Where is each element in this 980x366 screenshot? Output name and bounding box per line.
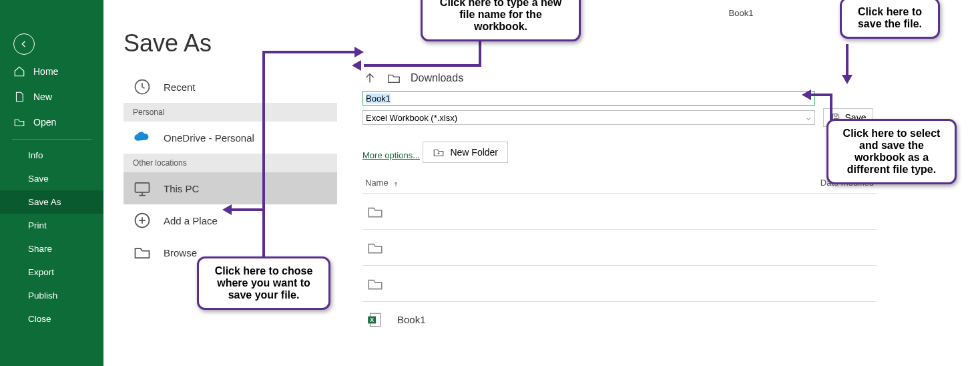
callout-location: Click here to chose where you want to sa… — [197, 256, 330, 310]
clock-icon — [133, 77, 152, 96]
folder-icon — [365, 275, 385, 293]
onedrive-icon — [133, 128, 152, 147]
sidebar-label-home: Home — [33, 66, 58, 77]
new-folder-button[interactable]: New Folder — [423, 142, 508, 163]
sidebar-item-close[interactable]: Close — [0, 307, 103, 331]
filename-input[interactable] — [362, 91, 815, 106]
list-item[interactable]: X Book1 — [362, 301, 877, 337]
sidebar-item-home[interactable]: Home — [0, 59, 103, 84]
list-item[interactable] — [362, 193, 877, 229]
location-label: Recent — [164, 81, 196, 93]
arrow-head-icon — [354, 47, 364, 57]
folder-icon — [387, 71, 401, 85]
sidebar-item-export[interactable]: Export — [0, 260, 103, 284]
browse-icon — [133, 243, 152, 262]
sidebar-label-export: Export — [28, 267, 54, 277]
sidebar-item-publish[interactable]: Publish — [0, 284, 103, 307]
sidebar-label-close: Close — [28, 314, 51, 324]
callout-filename: Click here to type a new file name for t… — [421, 0, 581, 41]
backstage-sidebar: Home New Open Info Save Save As Print Sh… — [0, 0, 103, 366]
arrow-head-icon — [222, 204, 232, 215]
breadcrumb-label[interactable]: Downloads — [411, 72, 463, 84]
svg-text:X: X — [370, 317, 374, 323]
sidebar-item-info[interactable]: Info — [0, 144, 103, 167]
locations-section-other: Other locations — [124, 154, 337, 172]
location-label: Browse — [164, 247, 197, 258]
arrow-head-icon — [352, 60, 361, 71]
sidebar-label-open: Open — [33, 117, 56, 128]
sidebar-label-saveas: Save As — [28, 197, 61, 207]
sidebar-label-share: Share — [28, 244, 52, 254]
callout-save: Click here to save the file. — [840, 0, 940, 39]
sidebar-label-publish: Publish — [28, 291, 57, 301]
callout-arrow — [262, 51, 356, 53]
sidebar-item-print[interactable]: Print — [0, 214, 103, 237]
sidebar-item-share[interactable]: Share — [0, 237, 103, 260]
file-panel: Downloads Excel Workbook (*.xlsx) Save M… — [362, 71, 960, 337]
up-arrow-icon[interactable] — [362, 71, 377, 85]
new-folder-label: New Folder — [450, 147, 498, 158]
main-panel: Book1 Save As Recent Personal OneDrive -… — [103, 0, 980, 366]
location-label: This PC — [164, 183, 199, 194]
new-folder-icon — [433, 146, 445, 158]
callout-arrow — [364, 64, 481, 67]
location-recent[interactable]: Recent — [124, 71, 337, 103]
svg-rect-1 — [136, 183, 150, 192]
arrow-head-icon — [802, 89, 811, 100]
home-icon — [13, 65, 25, 77]
sidebar-label-info: Info — [28, 150, 43, 160]
column-header-name[interactable]: Name — [365, 178, 399, 188]
more-options-link[interactable]: More options... — [362, 150, 420, 160]
callout-arrow — [810, 94, 832, 96]
locations-section-personal: Personal — [124, 103, 337, 122]
file-list-header: Name Date modified — [362, 178, 877, 193]
excel-file-icon: X — [365, 311, 385, 329]
window-title: Book1 — [729, 8, 754, 18]
callout-arrow — [479, 40, 481, 64]
callout-filetype: Click here to select and save the workbo… — [826, 119, 957, 184]
filetype-select[interactable]: Excel Workbook (*.xlsx) — [362, 110, 815, 125]
folder-icon — [365, 239, 385, 256]
callout-arrow — [230, 208, 265, 211]
callout-arrow — [262, 51, 265, 208]
location-label: OneDrive - Personal — [164, 132, 254, 144]
file-list: X Book1 — [362, 193, 877, 337]
arrow-head-icon — [842, 75, 852, 84]
this-pc-icon — [133, 179, 152, 198]
sidebar-item-save-as[interactable]: Save As — [0, 190, 103, 214]
callout-arrow — [846, 44, 848, 76]
add-place-icon — [133, 211, 152, 230]
back-button[interactable] — [13, 33, 35, 55]
list-item[interactable] — [362, 265, 877, 301]
callout-arrow — [262, 208, 265, 256]
sidebar-label-new: New — [33, 92, 52, 102]
sidebar-item-save[interactable]: Save — [0, 167, 103, 190]
list-item-label: Book1 — [397, 314, 426, 325]
folder-icon — [365, 203, 385, 220]
location-onedrive[interactable]: OneDrive - Personal — [124, 122, 337, 154]
location-label: Add a Place — [164, 215, 218, 226]
new-icon — [13, 91, 25, 103]
callout-arrow — [830, 94, 832, 120]
chevron-down-icon — [805, 114, 812, 121]
open-icon — [13, 116, 25, 128]
list-item[interactable] — [362, 229, 877, 265]
sidebar-label-save: Save — [28, 174, 49, 184]
filetype-selected-label: Excel Workbook (*.xlsx) — [366, 113, 457, 123]
sidebar-item-open[interactable]: Open — [0, 110, 103, 135]
sidebar-label-print: Print — [28, 220, 47, 230]
location-this-pc[interactable]: This PC — [124, 172, 337, 204]
sidebar-item-new[interactable]: New — [0, 84, 103, 110]
sort-asc-icon — [393, 180, 399, 186]
